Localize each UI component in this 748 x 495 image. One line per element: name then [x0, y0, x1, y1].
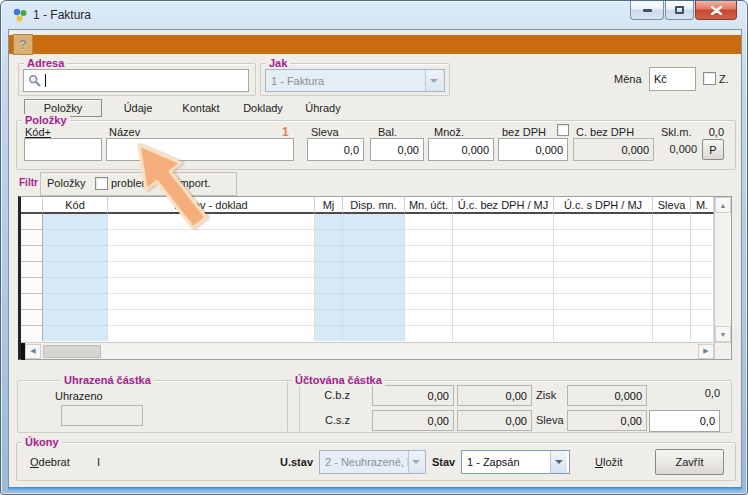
ukony-group-label: Úkony: [22, 436, 62, 448]
table-column-kod: Kód: [43, 197, 108, 359]
column-header-m[interactable]: M.: [691, 197, 714, 214]
bezdph-checkbox[interactable]: [557, 124, 569, 136]
column-header-uc-bez-dph-mj[interactable]: Ú.c. bez DPH / MJ: [453, 197, 554, 214]
sleva-label: Sleva: [311, 126, 339, 138]
close-button[interactable]: [695, 1, 737, 20]
column-body-uc-s-dph-mj[interactable]: [554, 214, 653, 341]
adresa-input[interactable]: [23, 69, 249, 92]
filter-polozky-label: Položky: [47, 177, 86, 189]
ustav-value: 2 - Neuhrazené, be:: [325, 456, 408, 468]
table-column-mj: Mj: [315, 197, 343, 359]
column-header-uc-s-dph-mj[interactable]: Ú.c. s DPH / MJ: [554, 197, 653, 214]
scroll-up-button[interactable]: ▲: [715, 197, 731, 213]
maximize-button[interactable]: [665, 1, 694, 20]
sklm-label: Skl.m.: [661, 126, 692, 138]
stav-value: 1 - Zapsán: [467, 456, 520, 468]
minimize-icon: [643, 9, 652, 12]
bezdph-value: 0,000: [535, 144, 563, 156]
mnoz-input[interactable]: 0,000: [428, 138, 494, 161]
titlebar[interactable]: 1 - Faktura: [1, 1, 747, 29]
jak-value: 1 - Faktura: [271, 75, 324, 87]
sklm-value: 0,000: [654, 143, 697, 155]
vertical-scrollbar[interactable]: ▲ ▼: [714, 197, 731, 359]
tab-doklady[interactable]: Doklady: [235, 99, 291, 117]
sklm-top-value: 0,0: [699, 126, 724, 138]
column-body-row-marker[interactable]: [21, 214, 43, 341]
cbz-input-2: 0,00: [457, 385, 532, 406]
csz-label: C.s.z: [320, 414, 350, 426]
column-body-uc-bez-dph-mj[interactable]: [453, 214, 554, 341]
tab-kontakt[interactable]: Kontakt: [173, 99, 229, 117]
column-body-disp-mn[interactable]: [343, 214, 405, 341]
mnoz-value: 0,000: [461, 144, 489, 156]
ustav-dropdown-arrow[interactable]: [408, 451, 423, 473]
column-header-row-marker[interactable]: [21, 197, 43, 214]
maximize-icon: [675, 6, 684, 14]
zisk-value: 0,000: [614, 390, 642, 402]
table-column-uc-bez-dph-mj: Ú.c. bez DPH / MJ: [453, 197, 554, 359]
scroll-down-button[interactable]: ▼: [715, 326, 731, 342]
ustav-combobox[interactable]: 2 - Neuhrazené, be:: [319, 450, 426, 474]
csz-input-2: 0,00: [457, 410, 532, 431]
uhrazeno-label: Uhrazeno: [55, 390, 103, 402]
column-header-mn-uct[interactable]: Mn. účt.: [405, 197, 453, 214]
cbz-label: C.b.z: [320, 389, 350, 401]
scroll-right-button[interactable]: ▶: [698, 344, 714, 359]
sleva-edit-input[interactable]: 0,0: [649, 410, 720, 432]
stav-dropdown-arrow[interactable]: [550, 451, 567, 473]
column-body-m[interactable]: [691, 214, 714, 341]
polozky-group-label: Položky: [22, 114, 70, 126]
sleva-total-label: Sleva: [536, 414, 564, 426]
mena-input[interactable]: Kč: [649, 67, 696, 91]
bezdph-input[interactable]: 0,000: [498, 138, 568, 161]
scrollbar-corner: [715, 342, 731, 359]
kod-column-link[interactable]: Kód+: [25, 126, 51, 138]
window-bottom-accent: [8, 487, 742, 491]
kod-input[interactable]: [24, 138, 102, 161]
column-header-kod[interactable]: Kód: [43, 197, 108, 214]
cbz-value-2: 0,00: [506, 390, 527, 402]
tab-uhrady[interactable]: Úhrady: [297, 99, 349, 117]
column-header-disp-mn[interactable]: Disp. mn.: [343, 197, 405, 214]
jak-dropdown-arrow[interactable]: [425, 70, 442, 91]
column-body-sleva[interactable]: [653, 214, 691, 341]
column-body-mn-uct[interactable]: [405, 214, 453, 341]
p-button[interactable]: P: [702, 139, 724, 160]
cbz-input-1: 0,00: [372, 385, 454, 406]
column-header-mj[interactable]: Mj: [315, 197, 343, 214]
app-window: 1 - Faktura ? Adresa Jak: [0, 0, 748, 495]
stav-combobox[interactable]: 1 - Zapsán: [461, 450, 570, 474]
horizontal-scrollbar[interactable]: ◀ ▶: [21, 342, 714, 359]
scroll-left-button[interactable]: ◀: [25, 344, 41, 359]
column-body-kod[interactable]: [43, 214, 108, 341]
items-table: KódNázev - dokladMjDisp. mn.Mn. účt.Ú.c.…: [18, 196, 732, 360]
sleva-input[interactable]: 0,0: [307, 138, 364, 161]
table-column-nazev-doklad: Název - doklad: [108, 197, 315, 359]
zavrit-button[interactable]: Zavřít: [655, 449, 724, 475]
z-checkbox[interactable]: [703, 72, 716, 85]
z-checkbox-label: Z.: [719, 73, 729, 85]
ulozit-button[interactable]: Uložit: [595, 456, 623, 468]
table-column-uc-s-dph-mj: Ú.c. s DPH / MJ: [554, 197, 653, 359]
column-body-nazev-doklad[interactable]: [108, 214, 315, 341]
close-icon: [711, 6, 722, 15]
sleva-value: 0,0: [344, 144, 359, 156]
minimize-button[interactable]: [630, 1, 664, 20]
column-body-mj[interactable]: [315, 214, 343, 341]
jak-combobox[interactable]: 1 - Faktura: [265, 69, 445, 92]
app-icon: [12, 7, 28, 23]
vertical-scroll-track[interactable]: [715, 213, 731, 326]
sleva-total-value: 0,00: [621, 415, 642, 427]
tab-udaje[interactable]: Údaje: [113, 99, 163, 117]
csz-value-2: 0,00: [506, 415, 527, 427]
bal-input[interactable]: 0,00: [370, 138, 424, 161]
problem-checkbox[interactable]: [95, 177, 108, 190]
table-column-row-marker: [21, 197, 43, 359]
help-button[interactable]: ?: [13, 34, 33, 55]
column-header-sleva[interactable]: Sleva: [653, 197, 691, 214]
odebrat-button[interactable]: Odebrat: [30, 456, 70, 468]
horizontal-scroll-thumb[interactable]: [43, 345, 101, 358]
uhrazeno-input: [61, 405, 143, 426]
edit-caret-char: I: [97, 456, 100, 468]
zisk-extra-value: 0,0: [682, 387, 720, 399]
